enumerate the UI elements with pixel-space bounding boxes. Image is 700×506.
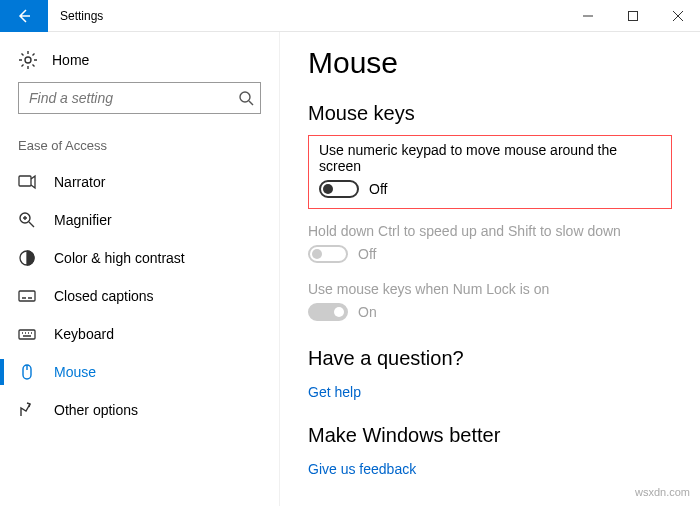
captions-icon [18,287,36,305]
svg-rect-3 [19,176,31,186]
content-area: Mouse Mouse keys Use numeric keypad to m… [280,32,700,506]
window-controls [565,0,700,32]
maximize-icon [628,11,638,21]
setting-numlock-desc: Use mouse keys when Num Lock is on [308,281,672,297]
svg-point-2 [240,92,250,102]
toggle-numlock [308,303,348,321]
home-button[interactable]: Home [0,42,279,82]
page-title: Mouse [308,46,672,80]
maximize-button[interactable] [610,0,655,32]
search-icon [238,90,254,106]
minimize-button[interactable] [565,0,610,32]
back-button[interactable] [0,0,48,32]
magnifier-icon [18,211,36,229]
sidebar-item-other-options[interactable]: Other options [0,391,279,429]
gear-icon [18,50,38,70]
toggle-numeric-keypad-state: Off [369,181,387,197]
mouse-icon [18,363,36,381]
search-box[interactable] [18,82,261,114]
mouse-keys-heading: Mouse keys [308,102,672,125]
svg-rect-7 [19,330,35,339]
question-heading: Have a question? [308,347,672,370]
toggle-ctrl-shift-state: Off [358,246,376,262]
toggle-ctrl-shift [308,245,348,263]
arrow-left-icon [16,8,32,24]
sidebar-item-label: Mouse [54,364,96,380]
sidebar-item-keyboard[interactable]: Keyboard [0,315,279,353]
better-heading: Make Windows better [308,424,672,447]
sidebar-item-label: Narrator [54,174,105,190]
narrator-icon [18,173,36,191]
feedback-link[interactable]: Give us feedback [308,461,416,477]
home-label: Home [52,52,89,68]
sidebar-item-label: Color & high contrast [54,250,185,266]
sidebar-item-label: Keyboard [54,326,114,342]
window-title: Settings [48,9,565,23]
title-bar: Settings [0,0,700,32]
contrast-icon [18,249,36,267]
sidebar-item-magnifier[interactable]: Magnifier [0,201,279,239]
get-help-link[interactable]: Get help [308,384,361,400]
sidebar-item-label: Other options [54,402,138,418]
sidebar-item-mouse[interactable]: Mouse [0,353,279,391]
toggle-numlock-state: On [358,304,377,320]
arrow-icon [18,401,36,419]
toggle-numeric-keypad[interactable] [319,180,359,198]
search-input[interactable] [27,89,238,107]
sidebar-item-label: Closed captions [54,288,154,304]
setting-ctrl-shift-desc: Hold down Ctrl to speed up and Shift to … [308,223,672,239]
sidebar-section-label: Ease of Access [0,132,279,163]
close-button[interactable] [655,0,700,32]
svg-rect-0 [628,11,637,20]
keyboard-icon [18,325,36,343]
highlighted-setting: Use numeric keypad to move mouse around … [308,135,672,209]
svg-rect-6 [19,291,35,301]
sidebar-item-narrator[interactable]: Narrator [0,163,279,201]
sidebar-item-closed-captions[interactable]: Closed captions [0,277,279,315]
watermark: wsxdn.com [635,486,690,498]
minimize-icon [583,11,593,21]
sidebar-item-color-contrast[interactable]: Color & high contrast [0,239,279,277]
setting-numeric-keypad-desc: Use numeric keypad to move mouse around … [319,142,661,174]
svg-point-1 [25,57,31,63]
close-icon [673,11,683,21]
sidebar-item-label: Magnifier [54,212,112,228]
sidebar: Home Ease of Access Narrator Magnifier [0,32,280,506]
